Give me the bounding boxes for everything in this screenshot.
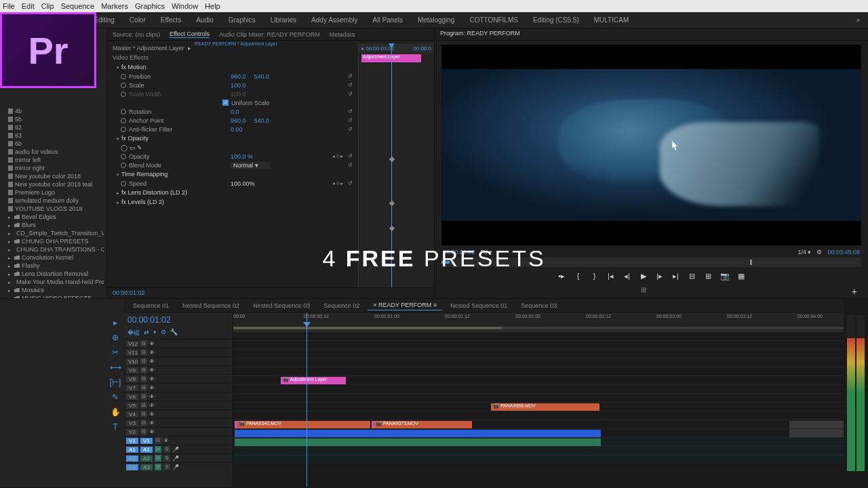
tool-icon[interactable]: ⊕	[112, 333, 119, 342]
timeline-playhead[interactable]	[307, 312, 307, 487]
settings-icon[interactable]: ⚙	[161, 329, 166, 338]
video-track-header[interactable]: V10⊟👁	[123, 357, 233, 365]
workspace-cottonfilms[interactable]: COTTONFILMS	[469, 16, 517, 24]
tree-item[interactable]: mirror left	[3, 156, 104, 164]
tree-item[interactable]: mirror right	[3, 164, 104, 172]
lift-icon[interactable]: ⊟	[688, 272, 697, 281]
marker-icon[interactable]: ▾	[153, 329, 157, 338]
video-track-header[interactable]: V12⊟👁	[123, 339, 233, 348]
prop-opacity[interactable]: Opacity100.0 %◂ ◊ ▸ ↺	[107, 152, 358, 161]
linked-sel-icon[interactable]: ⇄	[144, 329, 149, 338]
track-lane[interactable]	[233, 358, 844, 367]
track-lane[interactable]	[233, 393, 844, 402]
video-track-header[interactable]: V4⊟👁	[123, 409, 233, 418]
menu-window[interactable]: Window	[172, 2, 198, 10]
tool-icon[interactable]: ⟷	[110, 363, 121, 372]
workspace-multicam[interactable]: MULTICAM	[594, 16, 629, 24]
video-track-header[interactable]: V1V1⊟👁	[123, 436, 233, 445]
workspace-metalogging[interactable]: Metalogging	[418, 16, 454, 24]
tree-item[interactable]: 63	[3, 131, 104, 140]
video-track-header[interactable]: V7⊟👁	[123, 383, 233, 392]
workspace-effects[interactable]: Effects	[161, 16, 181, 24]
tree-item[interactable]: Flashy	[3, 262, 104, 270]
workspace-color[interactable]: Color	[130, 16, 146, 24]
add-icon[interactable]: +	[852, 286, 857, 297]
export-frame-icon[interactable]: 📷	[720, 272, 730, 281]
settings-icon[interactable]: ⚙	[816, 249, 822, 256]
ec-timecode[interactable]: 00:00:01:02	[107, 287, 434, 298]
go-to-in-icon[interactable]: |◂	[606, 272, 616, 281]
fx-opacity[interactable]: fx Opacity	[107, 134, 358, 143]
tree-item[interactable]: Premiere Logo	[3, 188, 104, 197]
tool-icon[interactable]: ▸	[113, 318, 117, 327]
track-lane[interactable]: 🎬 Adjustment Layer	[233, 375, 844, 384]
tool-icon[interactable]: ✂	[112, 348, 119, 357]
keyframe-icon[interactable]	[389, 226, 395, 231]
fx-lens-distortion[interactable]: fx Lens Distortion (LD 2)	[107, 188, 358, 197]
video-track-header[interactable]: V8⊟👁	[123, 374, 233, 383]
seq-tab[interactable]: Sequence 01	[127, 301, 174, 310]
tab-metadata[interactable]: Metadata	[330, 31, 355, 38]
timeline-clip[interactable]: 🎬 PANA9088.MOV	[491, 403, 599, 411]
tree-item[interactable]: Lens Distortion Removal	[3, 270, 104, 278]
seq-tab[interactable]: Nested Sequence 03	[248, 301, 315, 310]
track-lane[interactable]	[233, 455, 844, 464]
wrench-icon[interactable]: 🔧	[170, 329, 178, 338]
workspace-libraries[interactable]: Libraries	[271, 16, 296, 24]
workspace-audio[interactable]: Audio	[196, 16, 214, 24]
timeline-clip[interactable]	[235, 439, 601, 446]
tree-item[interactable]: Convolution Kernel	[3, 253, 104, 262]
prop-anchor-point[interactable]: Anchor Point960.0540.0↺	[107, 116, 358, 125]
tab-effect-controls[interactable]: Effect Controls	[170, 30, 210, 38]
app-menubar[interactable]: FileEditClipSequenceMarkersGraphicsWindo…	[0, 0, 868, 12]
tool-icon[interactable]: T	[113, 422, 117, 432]
tree-item[interactable]: YOUTUBE VLOGS 2018	[3, 205, 104, 213]
prop-speed[interactable]: Speed100.00%◂ ◊ ▸ ↺	[107, 179, 358, 188]
workspace-editing-cs5-5-[interactable]: Editing (CS5.5)	[533, 16, 579, 24]
prop-position[interactable]: Position960.0540.0↺	[107, 72, 358, 81]
workspace-all-panels[interactable]: All Panels	[372, 16, 402, 24]
timeline-tools[interactable]: ▸⊕✂⟷[⊢]✎✋T	[107, 299, 123, 487]
tree-item[interactable]: Bevel Edges	[3, 213, 104, 221]
tree-item[interactable]: 6b	[3, 140, 104, 148]
tree-item[interactable]: MUSIC VIDEO EFFECTS	[3, 294, 104, 298]
timeline-clip[interactable]: 🎬 PANA9340.MOV	[235, 421, 370, 428]
sequence-tabs[interactable]: Sequence 01Nested Sequence 02Nested Sequ…	[123, 299, 844, 312]
audio-track-header[interactable]: A1A1MS🎤	[123, 445, 233, 453]
menu-markers[interactable]: Markers	[101, 2, 128, 10]
tree-item[interactable]: CHUNG DHA TRANSITIONS - Chu	[3, 245, 104, 253]
menu-sequence[interactable]: Sequence	[61, 2, 95, 10]
tree-item[interactable]: Make Your Media Hand-held Pre	[3, 278, 104, 286]
fx-time-remapping[interactable]: Time Remapping	[107, 169, 358, 179]
keyframe-icon[interactable]	[389, 201, 395, 206]
opacity-masks[interactable]: ◯ ▭ ✎	[107, 143, 358, 152]
button-editor-icon[interactable]: ▦	[736, 272, 746, 281]
tree-item[interactable]: 4b	[3, 107, 104, 115]
track-lane[interactable]	[233, 446, 844, 455]
track-lane[interactable]	[233, 331, 844, 340]
prop-anti-flicker-filter[interactable]: Anti-flicker Filter0.00↺	[107, 125, 358, 134]
video-track-header[interactable]: V5⊟👁	[123, 401, 233, 409]
track-lane[interactable]	[233, 349, 844, 358]
prop-scale-width[interactable]: Scale Width100.0↺	[107, 89, 358, 98]
tree-item[interactable]: New youtube color 2018 teal	[3, 180, 104, 188]
prop-blend-mode[interactable]: Blend ModeNormal ▾↺	[107, 161, 358, 169]
go-to-out-icon[interactable]: ▸|	[671, 272, 681, 281]
timeline-clip[interactable]: 🎬 Adjustment Layer	[281, 377, 346, 384]
program-monitor[interactable]	[441, 45, 861, 245]
workspace-editing[interactable]: Editing	[94, 16, 115, 24]
seq-tab[interactable]: Sequence 02	[318, 301, 365, 310]
extract-icon[interactable]: ⊞	[704, 272, 713, 281]
resolution-dropdown[interactable]: 1/4 ▾	[797, 249, 811, 256]
video-track-header[interactable]: V3⊟👁	[123, 418, 233, 427]
seq-tab[interactable]: Sequence 03	[515, 301, 562, 310]
seq-tab[interactable]: Nested Sequence 01	[445, 301, 513, 310]
workspace-bar[interactable]: LearningAssemblyEditingColorEffectsAudio…	[0, 12, 868, 28]
tree-item[interactable]: simulated medium dolly	[3, 197, 104, 205]
timeline-timecode[interactable]: 00:00:01:02	[123, 312, 233, 327]
prop-uniform[interactable]: ✓Uniform Scale	[107, 98, 358, 107]
audio-track-header[interactable]: A3A3MS🎤	[123, 462, 233, 471]
workspace-graphics[interactable]: Graphics	[229, 16, 256, 24]
timeline-ruler[interactable]: 00:0000:00:00:1200:00:01:0000:00:01:1200…	[233, 312, 844, 331]
menu-clip[interactable]: Clip	[41, 2, 54, 10]
